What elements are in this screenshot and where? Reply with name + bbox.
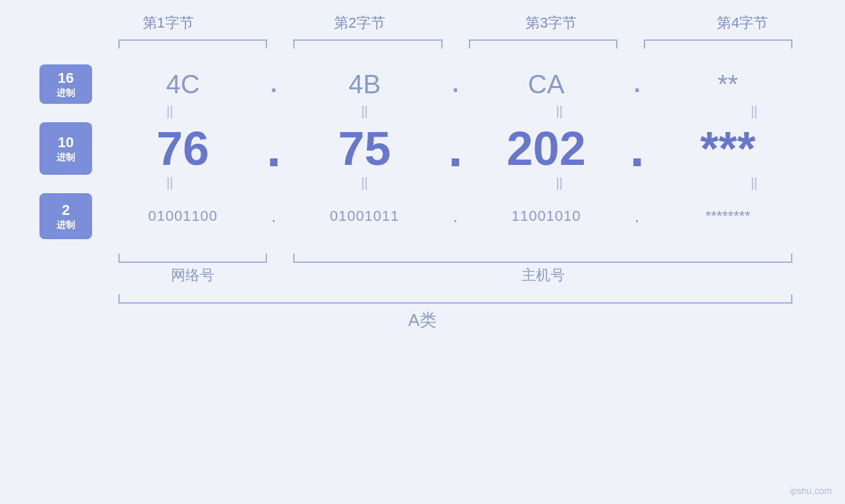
hex-row: 16 进制 4C . 4B . CA . ** (39, 64, 806, 104)
dec-row: 10 进制 76 . 75 . 202 . *** (39, 122, 806, 175)
bin-b2: 01001011 (287, 208, 442, 225)
equals-row-2: || || || || (72, 175, 838, 191)
hex-badge: 16 进制 (39, 64, 92, 104)
bin-dot1: . (260, 206, 287, 227)
network-label: 网络号 (105, 265, 280, 285)
hex-dot2: . (443, 70, 469, 98)
byte1-label: 第1字节 (72, 13, 264, 33)
bracket-top-3 (456, 39, 631, 53)
dec-dot3: . (624, 127, 650, 170)
byte3-label: 第3字节 (456, 13, 647, 33)
bin-badge: 2 进制 (39, 193, 92, 239)
hex-dot1: . (260, 70, 287, 98)
bin-b3: 11001010 (469, 208, 624, 225)
bin-dot2: . (443, 206, 469, 227)
eq1-b3: || (475, 104, 644, 119)
bin-badge-num: 2 (62, 202, 70, 219)
hex-b2: 4B (287, 70, 442, 99)
full-bracket (105, 290, 806, 304)
dec-cells: 76 . 75 . 202 . *** (105, 122, 806, 175)
bracket-top-2 (280, 39, 455, 53)
bin-b1: 01001100 (105, 208, 260, 225)
hex-badge-num: 16 (58, 70, 74, 87)
byte2-label: 第2字节 (264, 13, 455, 33)
eq2-b1: || (85, 175, 254, 191)
top-brackets (105, 39, 806, 53)
eq2-b2: || (280, 175, 448, 191)
dec-b4: *** (650, 122, 806, 175)
network-bracket (105, 243, 280, 263)
hex-cells: 4C . 4B . CA . ** (105, 70, 806, 99)
host-label: 主机号 (280, 265, 806, 285)
byte4-label: 第4字节 (647, 13, 838, 33)
dec-dot1: . (260, 127, 287, 170)
hex-dot3: . (624, 70, 650, 98)
eq1-b1: || (85, 104, 254, 119)
host-bracket (280, 243, 806, 263)
main-container: 第1字节 第2字节 第3字节 第4字节 16 进制 4C . 4B . CA (0, 0, 845, 504)
dec-dot2: . (443, 127, 469, 170)
bracket-top-4 (631, 39, 806, 53)
bin-badge-label: 进制 (57, 219, 75, 231)
hex-badge-label: 进制 (57, 87, 75, 99)
watermark: ipshu.com (790, 486, 832, 496)
bin-row: 2 进制 01001100 . 01001011 . 11001010 . **… (39, 193, 806, 239)
bin-cells: 01001100 . 01001011 . 11001010 . *******… (105, 206, 806, 227)
dec-badge-num: 10 (58, 134, 74, 151)
bracket-top-1 (105, 39, 280, 53)
bin-dot3: . (624, 206, 650, 227)
dec-b1: 76 (105, 122, 260, 175)
hex-b3: CA (469, 70, 624, 99)
dec-b2: 75 (287, 122, 442, 175)
dec-b3: 202 (469, 122, 624, 175)
eq1-b2: || (280, 104, 448, 119)
header-row: 第1字节 第2字节 第3字节 第4字节 (72, 13, 838, 33)
equals-row-1: || || || || (72, 104, 838, 119)
eq2-b3: || (475, 175, 644, 191)
dec-badge: 10 进制 (39, 122, 92, 175)
hex-b1: 4C (105, 70, 260, 99)
bin-b4: ******** (650, 208, 806, 225)
dec-badge-label: 进制 (57, 152, 75, 163)
class-label: A类 (39, 309, 806, 332)
hex-b4: ** (650, 70, 806, 99)
eq2-b4: || (670, 175, 838, 191)
bottom-brackets (105, 243, 806, 263)
network-host-labels: 网络号 主机号 (105, 265, 806, 285)
eq1-b4: || (670, 104, 838, 119)
